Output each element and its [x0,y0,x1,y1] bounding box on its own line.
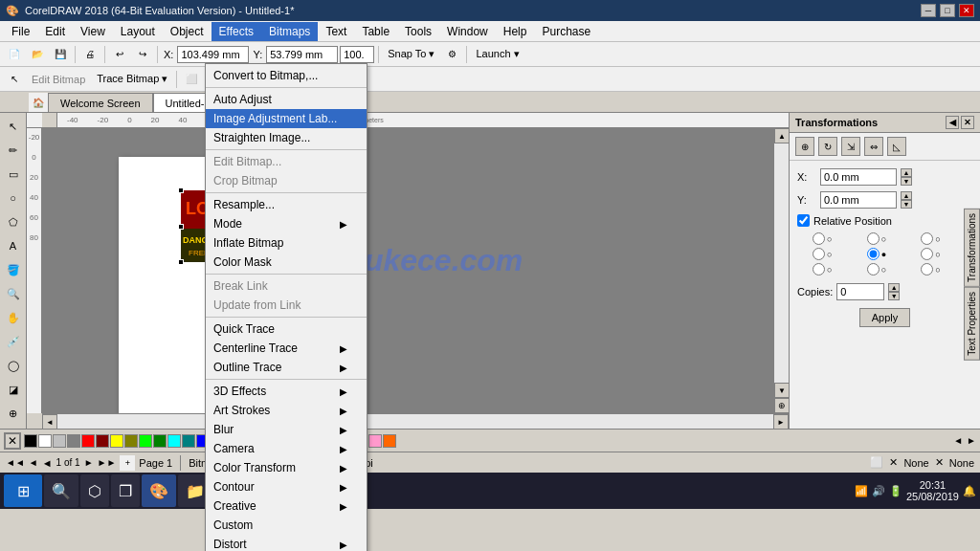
color-gray[interactable] [67,434,80,448]
text-tool[interactable]: A [2,234,25,257]
no-color-swatch[interactable]: ✕ [4,432,21,450]
menu-view[interactable]: View [73,22,113,41]
redo-btn[interactable]: ↪ [132,44,153,65]
scrollbar-horizontal[interactable]: ◄ ► [42,413,789,429]
menu-centerline-trace[interactable]: Centerline Trace ▶ [206,339,367,358]
color-yellow[interactable] [110,434,123,448]
y-up[interactable]: ▲ [901,191,912,200]
menu-help[interactable]: Help [496,22,535,41]
menu-layout[interactable]: Layout [113,22,163,41]
menu-table[interactable]: Table [354,22,397,41]
panel-close[interactable]: ✕ [961,116,974,129]
copies-down[interactable]: ▼ [888,292,900,300]
vtab-transformations[interactable]: Transformations [964,209,980,287]
panel-collapse[interactable]: ◀ [946,116,959,129]
copies-input[interactable] [836,283,884,300]
tray-notification[interactable]: 🔔 [963,485,976,497]
vtab-text-properties[interactable]: Text Properties [964,287,980,361]
taskbar-taskview[interactable]: ❐ [111,474,140,507]
select-btn[interactable]: ↖ [4,69,25,90]
pan-tool[interactable]: ✋ [2,306,25,329]
scroll-track-h[interactable] [57,414,773,429]
add-page[interactable]: + [120,455,135,471]
menu-quick-trace[interactable]: Quick Trace [206,320,367,339]
transform-skew[interactable]: ◺ [887,137,906,156]
transform-scale[interactable]: ⇲ [841,137,860,156]
x-value-input[interactable] [820,168,897,186]
transform-position[interactable]: ⊕ [795,137,814,156]
shadow-tool[interactable]: ◪ [2,378,25,401]
transform-mirror[interactable]: ⇔ [864,137,883,156]
menu-purchase[interactable]: Purchase [534,22,598,41]
menu-distort[interactable]: Distort ▶ [206,535,367,551]
tab-welcome[interactable]: Welcome Screen [48,93,153,112]
palette-scroll-left[interactable]: ◄ [953,435,963,446]
canvas[interactable]: LOVE DANGEROUS FREES [42,128,773,413]
menu-bitmap-color-mask[interactable]: Color Mask [206,253,367,272]
menu-tools[interactable]: Tools [397,22,439,41]
menu-camera[interactable]: Camera ▶ [206,439,367,458]
menu-creative[interactable]: Creative ▶ [206,496,367,516]
transform-rotate[interactable]: ↻ [818,137,837,156]
scrollbar-vertical[interactable]: ▲ ▼ ⊕ [773,128,789,413]
snap-btn[interactable]: Snap To ▾ [383,44,439,65]
color-white[interactable] [38,434,52,448]
y-value-input[interactable] [820,191,897,209]
fill-tool[interactable]: 🪣 [2,258,25,281]
rectangle-tool[interactable]: ▭ [2,163,25,186]
menu-art-strokes[interactable]: Art Strokes ▶ [206,401,367,420]
color-black[interactable] [24,434,37,448]
menu-effects[interactable]: Effects [212,22,261,41]
outline-tool[interactable]: ◯ [2,354,25,377]
ellipse-tool[interactable]: ○ [2,187,25,209]
menu-inflate-bitmap[interactable]: Inflate Bitmap [206,233,367,253]
color-green[interactable] [153,434,167,448]
maximize-button[interactable]: □ [940,4,955,17]
scroll-up[interactable]: ▲ [774,128,789,143]
start-button[interactable]: ⊞ [4,474,42,507]
select-tool[interactable]: ↖ [2,115,25,138]
minimize-button[interactable]: ─ [921,4,936,17]
x-down[interactable]: ▼ [901,177,912,186]
prev-page[interactable]: ◄◄ [6,457,25,468]
edit-bitmap-btn[interactable]: Edit Bitmap [27,69,90,90]
print-btn[interactable]: 🖨 [79,44,100,65]
color-orange2[interactable] [383,434,396,448]
menu-blur[interactable]: Blur ▶ [206,420,367,439]
taskbar-cortana[interactable]: ⬡ [80,474,109,507]
menu-color-transform[interactable]: Color Transform ▶ [206,458,367,477]
open-btn[interactable]: 📂 [27,44,48,65]
y-input[interactable] [266,46,338,63]
straighten-btn[interactable]: ⬜ [181,69,202,90]
freehand-tool[interactable]: ✏ [2,139,25,162]
taskbar-corel[interactable]: 🎨 [142,474,176,507]
menu-resample[interactable]: Resample... [206,195,367,214]
menu-text[interactable]: Text [318,22,354,41]
zoom-tool[interactable]: 🔍 [2,282,25,305]
palette-scroll-right[interactable]: ► [967,435,976,446]
new-btn[interactable]: 📄 [4,44,25,65]
color-silver[interactable] [53,434,66,448]
trace-bitmap-btn[interactable]: Trace Bitmap ▾ [92,69,172,90]
settings-btn[interactable]: ⚙ [441,44,462,65]
color-red[interactable] [81,434,95,448]
eyedropper-tool[interactable]: 💉 [2,330,25,353]
color-lime[interactable] [139,434,152,448]
crop-tool[interactable]: ⊕ [2,402,25,425]
color-maroon[interactable] [96,434,109,448]
apply-button[interactable]: Apply [859,308,911,327]
scroll-right[interactable]: ► [773,414,789,429]
color-cyan[interactable] [167,434,181,448]
menu-outline-trace[interactable]: Outline Trace ▶ [206,358,367,377]
menu-3d-effects[interactable]: 3D Effects ▶ [206,382,367,401]
launch-btn[interactable]: Launch ▾ [471,44,523,65]
menu-custom[interactable]: Custom [206,516,367,535]
save-btn[interactable]: 💾 [50,44,71,65]
undo-btn[interactable]: ↩ [109,44,130,65]
x-up[interactable]: ▲ [901,168,912,177]
next-page[interactable]: ► [84,457,94,468]
scroll-down[interactable]: ▼ [774,383,789,398]
menu-mode[interactable]: Mode ▶ [206,214,367,233]
y-down[interactable]: ▼ [901,200,912,209]
menu-contour[interactable]: Contour ▶ [206,477,367,496]
